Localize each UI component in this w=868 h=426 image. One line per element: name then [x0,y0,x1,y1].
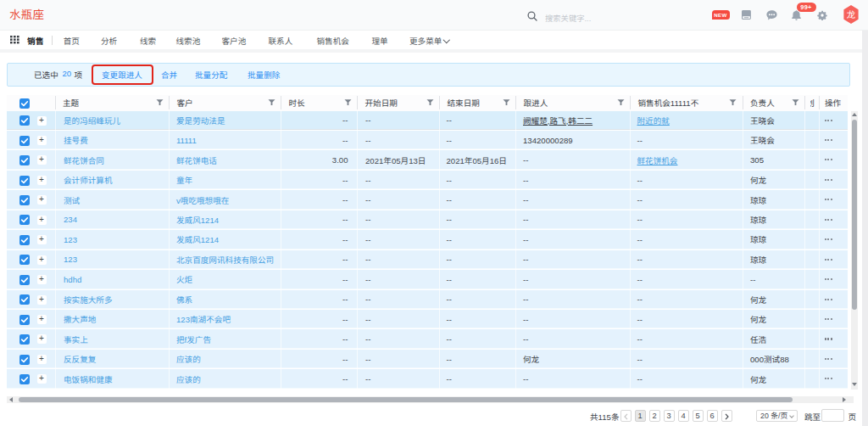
svg-text:龙: 龙 [846,8,854,20]
